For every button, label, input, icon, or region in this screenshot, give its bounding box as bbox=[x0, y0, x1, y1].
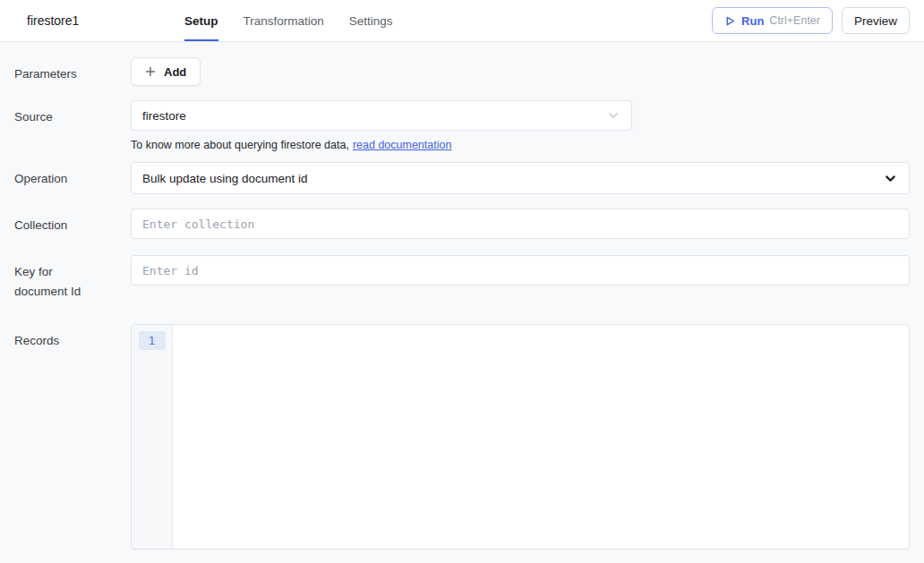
chevron-down-icon bbox=[883, 171, 898, 186]
play-icon bbox=[724, 15, 736, 27]
tab-setup[interactable]: Setup bbox=[184, 0, 218, 41]
parameters-label: Parameters bbox=[14, 57, 97, 84]
run-button-label: Run bbox=[741, 14, 764, 28]
plus-icon bbox=[145, 66, 156, 77]
operation-select[interactable]: Bulk update using document id bbox=[131, 162, 910, 194]
document-key-row: Key for document Id bbox=[14, 255, 910, 303]
editor-tabs: Setup Transformation Settings bbox=[184, 0, 393, 41]
document-key-label: Key for document Id bbox=[14, 255, 97, 303]
records-code-editor[interactable]: 1 bbox=[131, 324, 910, 550]
document-key-input[interactable] bbox=[131, 255, 910, 286]
source-helper-text: To know more about querying firestore da… bbox=[131, 139, 910, 151]
source-select-value: firestore bbox=[142, 109, 606, 123]
operation-label: Operation bbox=[14, 162, 97, 189]
records-label: Records bbox=[14, 324, 97, 351]
source-label: Source bbox=[14, 100, 97, 127]
operation-row: Operation Bulk update using document id bbox=[14, 162, 910, 194]
source-row: Source firestore To know more about quer… bbox=[14, 100, 910, 151]
run-shortcut-hint: Ctrl+Enter bbox=[769, 14, 820, 27]
query-title: firestore1 bbox=[27, 13, 184, 28]
query-editor-header: firestore1 Setup Transformation Settings… bbox=[0, 0, 924, 42]
operation-select-value: Bulk update using document id bbox=[142, 172, 883, 185]
code-editor-gutter: 1 bbox=[132, 325, 173, 549]
preview-button[interactable]: Preview bbox=[842, 7, 910, 34]
add-parameter-label: Add bbox=[164, 65, 186, 79]
source-select[interactable]: firestore bbox=[131, 100, 632, 131]
tab-settings[interactable]: Settings bbox=[349, 0, 393, 41]
collection-row: Collection bbox=[14, 209, 910, 239]
run-button[interactable]: Run Ctrl+Enter bbox=[712, 7, 833, 34]
line-number: 1 bbox=[139, 331, 166, 350]
parameters-row: Parameters Add bbox=[14, 57, 910, 86]
query-setup-form: Parameters Add Source firestore To know … bbox=[0, 42, 924, 550]
add-parameter-button[interactable]: Add bbox=[131, 57, 201, 86]
header-actions: Run Ctrl+Enter Preview bbox=[712, 0, 910, 41]
collection-label: Collection bbox=[14, 209, 97, 235]
read-documentation-link[interactable]: read documentation bbox=[353, 139, 452, 151]
records-row: Records 1 bbox=[14, 324, 910, 550]
records-code-input[interactable] bbox=[173, 325, 909, 549]
source-helper-prefix: To know more about querying firestore da… bbox=[131, 139, 349, 151]
header-spacer bbox=[393, 0, 713, 41]
chevron-down-icon bbox=[606, 108, 620, 123]
collection-input[interactable] bbox=[131, 209, 910, 239]
tab-transformation[interactable]: Transformation bbox=[244, 0, 324, 41]
